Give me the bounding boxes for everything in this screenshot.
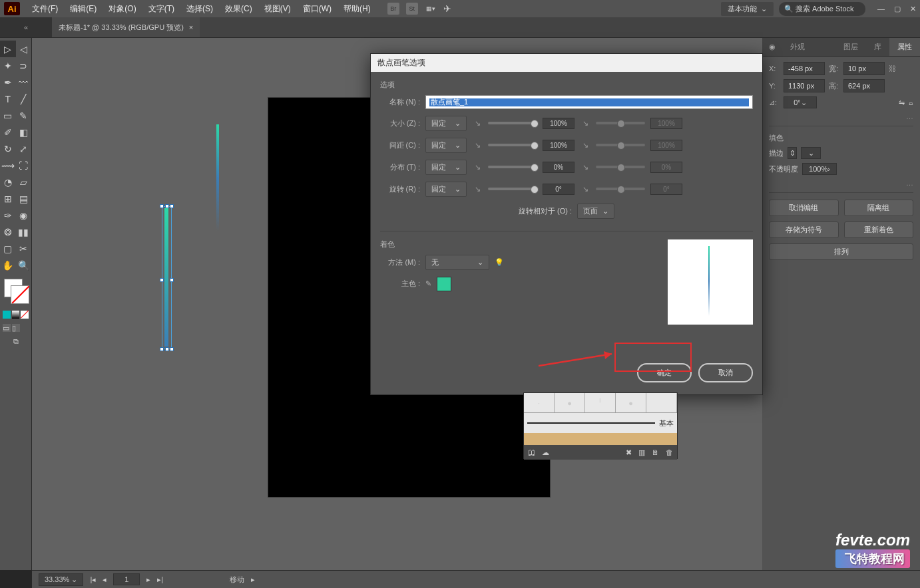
spacing-link-right-icon[interactable]: ↘	[580, 141, 590, 150]
width-tool[interactable]: ⟿	[0, 157, 16, 174]
minimize-button[interactable]: ―	[877, 5, 885, 13]
scale-tool[interactable]: ⤢	[16, 140, 32, 157]
change-screen-mode[interactable]: ⧉	[0, 337, 31, 346]
new-brush-icon[interactable]: 🗎	[652, 448, 659, 456]
nav-last-icon[interactable]: ▸|	[157, 575, 163, 584]
magic-wand-tool[interactable]: ✦	[0, 57, 16, 74]
stroke-stepper[interactable]: ⇕	[788, 147, 797, 159]
method-select[interactable]: 无⌄	[425, 255, 489, 270]
tab-appearance[interactable]: 外观	[782, 38, 813, 56]
ungroup-button[interactable]: 取消编组	[769, 200, 839, 216]
options-of-selected-icon[interactable]: ▥	[638, 448, 645, 457]
brush-thumb-2[interactable]: ●	[555, 393, 585, 412]
size-link-right-icon[interactable]: ↘	[580, 119, 590, 128]
rectangle-tool[interactable]: ▭	[0, 107, 16, 124]
spacing-link-left-icon[interactable]: ↘	[472, 141, 483, 150]
brush-pattern-row[interactable]	[524, 433, 677, 445]
rotation-relative-select[interactable]: 页面⌄	[577, 204, 614, 219]
workspace-switcher[interactable]: 基本功能⌄	[721, 2, 774, 16]
menu-file[interactable]: 文件(F)	[27, 0, 63, 17]
menu-object[interactable]: 对象(O)	[103, 0, 141, 17]
close-button[interactable]: ✕	[910, 5, 916, 13]
nav-next-icon[interactable]: ▸	[146, 575, 150, 584]
size-link-left-icon[interactable]: ↘	[472, 119, 483, 128]
size-value-1[interactable]: 100%	[543, 118, 575, 129]
mesh-tool[interactable]: ⊞	[0, 190, 16, 207]
menu-view[interactable]: 视图(V)	[259, 0, 296, 17]
tool-dropdown-icon[interactable]: ▸	[251, 575, 255, 584]
brush-libraries-icon[interactable]: 🕮	[528, 448, 535, 456]
x-input[interactable]	[784, 62, 825, 75]
rotation-value-1[interactable]: 0°	[543, 184, 575, 195]
search-input[interactable]: 🔍 搜索 Adobe Stock	[779, 2, 865, 16]
name-input[interactable]	[425, 95, 753, 109]
slice-tool[interactable]: ✂	[16, 240, 32, 257]
graph-tool[interactable]: ▮▮	[16, 223, 32, 240]
menu-window[interactable]: 窗口(W)	[298, 0, 337, 17]
size-slider-1[interactable]	[488, 122, 537, 124]
perspective-tool[interactable]: ▱	[16, 174, 32, 190]
rotation-mode-select[interactable]: 固定⌄	[425, 182, 467, 197]
direct-selection-tool[interactable]: ◁	[16, 41, 32, 57]
pen-tool[interactable]: ✒	[0, 74, 16, 90]
spacing-slider-1[interactable]	[488, 144, 537, 146]
more-options-icon[interactable]: …	[769, 112, 913, 120]
brush-thumb-1[interactable]: ·	[524, 393, 555, 412]
artboard-tool[interactable]: ▢	[0, 240, 16, 257]
nav-prev-icon[interactable]: ◂	[103, 575, 107, 584]
isolate-button[interactable]: 隔离组	[844, 200, 914, 216]
ok-button[interactable]: 确定	[637, 363, 692, 382]
tips-icon[interactable]: 💡	[495, 258, 504, 267]
menu-edit[interactable]: 编辑(E)	[65, 0, 102, 17]
flip-v-icon[interactable]: ⏛	[909, 98, 913, 106]
opacity-input[interactable]: 100% ›	[802, 163, 837, 175]
rotate-tool[interactable]: ↻	[0, 140, 16, 157]
lasso-tool[interactable]: ⊃	[16, 57, 32, 74]
scatter-mode-select[interactable]: 固定⌄	[425, 160, 467, 175]
shaper-tool[interactable]: ✐	[0, 124, 16, 140]
close-tab-icon[interactable]: ×	[189, 23, 193, 31]
brushes-panel[interactable]: · ● ╵ ● 基本 🕮 ☁ ✖ ▥ 🗎 🗑	[523, 392, 678, 459]
tabbar-home-icon[interactable]: «	[0, 17, 52, 37]
gpu-icon[interactable]: ✈	[443, 3, 451, 14]
zoom-tool[interactable]: 🔍	[16, 257, 32, 273]
paintbrush-tool[interactable]: ✎	[16, 107, 32, 124]
arrange-button[interactable]: 排列	[769, 243, 913, 260]
zoom-level[interactable]: 33.33% ⌄	[39, 573, 83, 586]
libraries-icon[interactable]: ☁	[542, 448, 549, 457]
w-input[interactable]	[843, 62, 885, 75]
scatter-value-1[interactable]: 0%	[543, 162, 575, 173]
line-tool[interactable]: ╱	[16, 90, 32, 107]
brush-thumb-3[interactable]: ╵	[585, 393, 616, 412]
spacing-value-1[interactable]: 100%	[543, 140, 575, 151]
remove-brush-stroke-icon[interactable]: ✖	[626, 448, 632, 457]
brush-basic-row[interactable]: 基本	[524, 413, 677, 433]
shape-builder-tool[interactable]: ◔	[0, 174, 16, 190]
link-wh-icon[interactable]: ⛓	[889, 65, 896, 73]
menu-effect[interactable]: 效果(C)	[220, 0, 258, 17]
scatter-slider-1[interactable]	[488, 166, 537, 168]
cancel-button[interactable]: 取消	[698, 363, 753, 382]
angle-input[interactable]: 0° ⌄	[784, 96, 817, 108]
brush-thumb-4[interactable]: ●	[616, 393, 646, 412]
maximize-button[interactable]: ▢	[894, 5, 901, 13]
menu-select[interactable]: 选择(S)	[181, 0, 218, 17]
document-tab[interactable]: 未标题-1* @ 33.33% (RGB/GPU 预览) ×	[52, 17, 200, 37]
spacing-mode-select[interactable]: 固定⌄	[425, 138, 467, 153]
tab-properties[interactable]: 属性	[889, 38, 920, 56]
delete-brush-icon[interactable]: 🗑	[666, 448, 673, 456]
y-input[interactable]	[784, 79, 825, 92]
type-tool[interactable]: T	[0, 90, 16, 107]
more-options-icon-2[interactable]: …	[769, 179, 913, 187]
blend-tool[interactable]: ◉	[16, 207, 32, 223]
tab-layers[interactable]: 图层	[835, 38, 866, 56]
eraser-tool[interactable]: ◧	[16, 124, 32, 140]
saveassymbol-button[interactable]: 存储为符号	[769, 221, 839, 238]
curvature-tool[interactable]: 〰	[16, 74, 32, 90]
appearance-icon-tab[interactable]: ◉	[762, 38, 782, 56]
free-transform-tool[interactable]: ⛶	[16, 157, 32, 174]
stock-icon[interactable]: St	[406, 3, 418, 15]
stroke-weight[interactable]: ⌄	[801, 147, 821, 159]
scatter-link-left-icon[interactable]: ↘	[472, 163, 483, 172]
selected-object[interactable]	[162, 206, 172, 349]
